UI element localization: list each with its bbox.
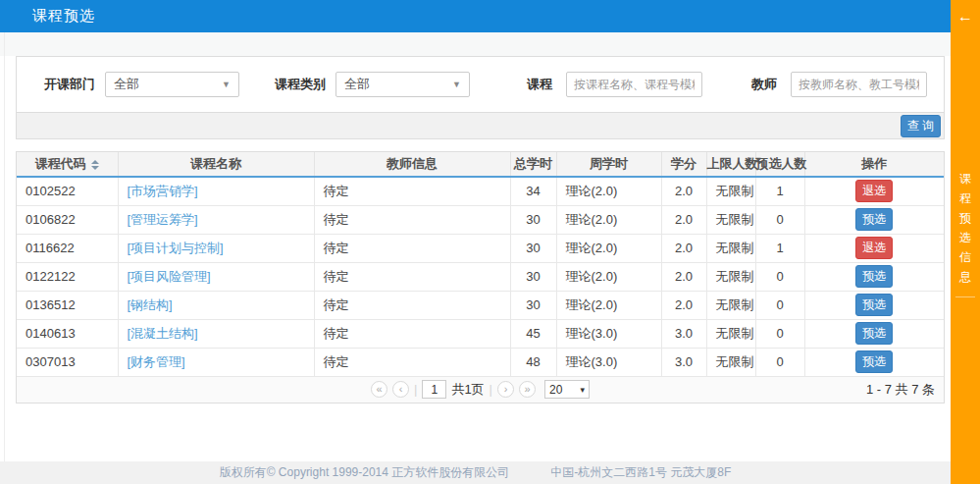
course-name-link[interactable]: [钢结构] <box>128 297 173 312</box>
filter-toolbar: 查 询 <box>17 112 944 138</box>
weekly-hours-cell: 理论(2.0) <box>556 205 661 234</box>
course-code-cell: 0122122 <box>17 262 118 291</box>
pagination-divider: | <box>490 382 492 397</box>
course-code-cell: 0106822 <box>17 205 118 234</box>
column-limit: 上限人数 <box>706 152 755 177</box>
limit-cell: 无限制 <box>706 291 755 319</box>
page-size-select[interactable]: 20 ▾ <box>544 380 590 399</box>
caret-down-icon: ▼ <box>452 80 461 89</box>
credits-cell: 2.0 <box>661 291 706 319</box>
pagination-divider: | <box>414 382 417 397</box>
limit-cell: 无限制 <box>706 348 755 376</box>
course-table-panel: 课程代码 课程名称 教师信息 总学时 周学时 学分 上限人数 预选人数 操作 0… <box>16 151 945 403</box>
credits-cell: 2.0 <box>661 177 706 205</box>
table-row: 0102522 [市场营销学] 待定 34 理论(2.0) 2.0 无限制 1 … <box>17 177 944 205</box>
column-total-hours: 总学时 <box>510 152 556 177</box>
table-row: 0140613 [混凝土结构] 待定 45 理论(3.0) 3.0 无限制 0 … <box>17 319 944 348</box>
total-hours-cell: 30 <box>510 291 556 319</box>
prev-page-button[interactable]: ‹ <box>392 381 409 398</box>
column-credits: 学分 <box>661 152 706 177</box>
next-page-button[interactable]: › <box>497 381 514 398</box>
limit-cell: 无限制 <box>706 177 755 205</box>
column-weekly-hours: 周学时 <box>556 152 661 177</box>
course-name-link[interactable]: [财务管理] <box>128 354 185 369</box>
weekly-hours-cell: 理论(3.0) <box>556 348 661 376</box>
limit-cell: 无限制 <box>706 319 755 348</box>
teacher-search-input[interactable] <box>791 72 927 97</box>
credits-cell: 3.0 <box>661 319 706 348</box>
preselected-count-cell: 1 <box>755 234 804 262</box>
category-label: 课程类别 <box>275 76 326 93</box>
weekly-hours-cell: 理论(2.0) <box>556 262 661 291</box>
table-row: 0106822 [管理运筹学] 待定 30 理论(2.0) 2.0 无限制 0 … <box>17 205 944 234</box>
course-name-link[interactable]: [项目风险管理] <box>128 269 211 284</box>
side-panel: ← 课程预选信息 <box>951 0 980 484</box>
total-hours-cell: 30 <box>510 262 556 291</box>
teacher-info-cell: 待定 <box>314 205 510 234</box>
side-panel-vertical-label[interactable]: 课程预选信息 <box>958 169 972 287</box>
category-select[interactable]: 全部 ▼ <box>335 72 470 97</box>
weekly-hours-cell: 理论(2.0) <box>556 177 661 205</box>
preselected-count-cell: 0 <box>755 205 804 234</box>
pagination-controls: « ‹ | 共1页 | › » 20 ▾ <box>371 380 590 399</box>
table-row: 0116622 [项目计划与控制] 待定 30 理论(2.0) 2.0 无限制 … <box>17 234 944 262</box>
course-label: 课程 <box>527 76 552 93</box>
course-name-link[interactable]: [市场营销学] <box>128 184 198 198</box>
teacher-info-cell: 待定 <box>314 348 510 376</box>
weekly-hours-cell: 理论(2.0) <box>556 234 661 262</box>
credits-cell: 2.0 <box>661 205 706 234</box>
department-select[interactable]: 全部 ▼ <box>105 72 239 97</box>
course-name-link[interactable]: [混凝土结构] <box>128 326 198 341</box>
teacher-info-cell: 待定 <box>314 291 510 319</box>
record-range-label: 1 - 7 共 7 条 <box>866 377 935 403</box>
course-name-link[interactable]: [项目计划与控制] <box>128 241 224 255</box>
course-code-cell: 0102522 <box>17 177 118 205</box>
column-course-name: 课程名称 <box>118 152 314 177</box>
row-action-button[interactable]: 退选 <box>855 237 893 259</box>
row-action-button[interactable]: 预选 <box>855 322 893 345</box>
table-body: 0102522 [市场营销学] 待定 34 理论(2.0) 2.0 无限制 1 … <box>17 177 944 376</box>
table-row: 0307013 [财务管理] 待定 48 理论(3.0) 3.0 无限制 0 预… <box>17 348 944 376</box>
credits-cell: 2.0 <box>661 262 706 291</box>
table-row: 0122122 [项目风险管理] 待定 30 理论(2.0) 2.0 无限制 0… <box>17 262 944 291</box>
weekly-hours-cell: 理论(3.0) <box>556 319 661 348</box>
row-action-button[interactable]: 退选 <box>855 180 893 202</box>
column-course-code[interactable]: 课程代码 <box>17 152 118 177</box>
course-code-cell: 0140613 <box>17 319 118 348</box>
first-page-button[interactable]: « <box>371 381 387 398</box>
table-row: 0136512 [钢结构] 待定 30 理论(2.0) 2.0 无限制 0 预选 <box>17 291 944 319</box>
total-pages-label: 共1页 <box>451 381 484 399</box>
department-select-value: 全部 <box>114 76 139 93</box>
row-action-button[interactable]: 预选 <box>855 208 893 231</box>
course-table: 课程代码 课程名称 教师信息 总学时 周学时 学分 上限人数 预选人数 操作 0… <box>17 152 944 377</box>
sort-icon[interactable] <box>91 160 99 170</box>
app-header: 课程预选 <box>0 0 980 32</box>
address-text: 中国-杭州文二西路1号 元茂大厦8F <box>550 464 731 481</box>
footer: 版权所有© Copyright 1999-2014 正方软件股份有限公司 中国-… <box>0 461 980 484</box>
search-button[interactable]: 查 询 <box>901 115 941 137</box>
limit-cell: 无限制 <box>706 234 755 262</box>
course-code-cell: 0116622 <box>17 234 118 262</box>
limit-cell: 无限制 <box>706 205 755 234</box>
page-size-value: 20 <box>549 383 562 397</box>
course-name-link[interactable]: [管理运筹学] <box>128 212 198 227</box>
credits-cell: 2.0 <box>661 234 706 262</box>
teacher-info-cell: 待定 <box>314 262 510 291</box>
side-panel-divider <box>955 296 975 297</box>
column-teacher-info: 教师信息 <box>314 152 510 177</box>
page-number-input[interactable] <box>422 380 446 399</box>
limit-cell: 无限制 <box>706 262 755 291</box>
course-search-input[interactable] <box>566 72 702 97</box>
collapse-left-arrow-icon[interactable]: ← <box>951 9 980 25</box>
row-action-button[interactable]: 预选 <box>855 265 893 288</box>
row-action-button[interactable]: 预选 <box>855 294 893 316</box>
row-action-button[interactable]: 预选 <box>855 350 893 373</box>
main-content: 开课部门 全部 ▼ 课程类别 全部 ▼ 课程 教师 查 询 <box>16 56 945 403</box>
category-select-value: 全部 <box>344 76 370 93</box>
preselected-count-cell: 0 <box>755 291 804 319</box>
preselected-count-cell: 0 <box>755 348 804 376</box>
last-page-button[interactable]: » <box>519 381 536 398</box>
total-hours-cell: 30 <box>510 205 556 234</box>
caret-down-icon: ▾ <box>580 385 585 395</box>
pagination: « ‹ | 共1页 | › » 20 ▾ 1 - 7 共 7 条 <box>17 377 944 403</box>
